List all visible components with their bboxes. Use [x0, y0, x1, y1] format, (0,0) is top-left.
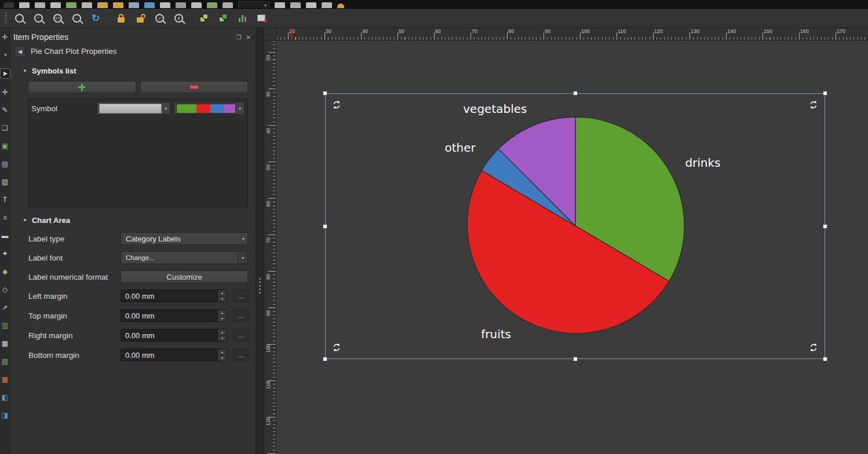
toolbar-icon[interactable] — [50, 2, 61, 9]
toolbar-icon[interactable] — [144, 2, 155, 9]
remove-symbol-button[interactable] — [140, 81, 249, 93]
symbols-list-group-header[interactable]: ▼ Symbols list — [23, 67, 248, 75]
data-defined-override-button[interactable]: … — [233, 309, 249, 322]
zoom-full-icon[interactable] — [12, 11, 26, 25]
add-shape-tool[interactable]: ◆ — [1, 267, 10, 276]
toolbar-icon[interactable] — [290, 2, 301, 9]
add-picture-tool[interactable]: ▨ — [1, 177, 10, 186]
add-pages-tool[interactable]: ❏ — [1, 123, 10, 133]
add-arrow-tool[interactable]: ➚ — [1, 303, 10, 312]
top-margin-spinbox[interactable]: 0.00 mm ▲▼ — [121, 309, 227, 322]
deselect-all-icon[interactable]: ✗ — [172, 11, 185, 25]
rotate-handle-icon[interactable] — [809, 343, 818, 352]
toolbar-icon[interactable] — [306, 2, 316, 9]
toolbar-icon[interactable] — [176, 2, 186, 9]
spin-down-icon[interactable]: ▼ — [218, 336, 227, 342]
toolbar-icon[interactable] — [113, 2, 123, 9]
spin-down-icon[interactable]: ▼ — [218, 356, 227, 361]
data-defined-override-button[interactable]: … — [233, 349, 249, 361]
add-fixed-table-tool[interactable]: ▦ — [1, 339, 10, 348]
toolbar-dropdown[interactable]: ▾ — [238, 1, 269, 9]
rotate-handle-icon[interactable] — [332, 100, 341, 109]
add-scalebar-tool[interactable]: ▬ — [1, 231, 10, 240]
data-defined-override-button[interactable]: … — [233, 329, 249, 342]
close-panel-icon[interactable]: ✕ — [246, 34, 251, 41]
resize-handle-left[interactable] — [323, 224, 327, 229]
move-item-content-tool[interactable]: ✢ — [1, 87, 10, 97]
refresh-view-icon[interactable]: ↻ — [89, 11, 103, 25]
toolbar-icon[interactable] — [223, 2, 233, 9]
chart-area-group-header[interactable]: ▼ Chart Area — [23, 216, 248, 225]
resize-handle-top-right[interactable] — [823, 91, 827, 96]
toolbar-icon[interactable] — [35, 2, 45, 9]
back-button[interactable]: ◀ — [14, 46, 25, 57]
zoom-actual-icon[interactable]: 1:1 — [50, 11, 64, 25]
resize-handle-right[interactable] — [823, 224, 827, 229]
spin-up-icon[interactable]: ▲ — [218, 349, 227, 356]
panel-splitter[interactable] — [256, 28, 264, 454]
symbols-list[interactable]: Symbol ▾ ▾ — [28, 98, 248, 207]
add-legend-tool[interactable]: ≡ — [1, 213, 10, 222]
spin-up-icon[interactable]: ▲ — [218, 329, 227, 336]
bottom-margin-spinbox[interactable]: 0.00 mm ▲▼ — [121, 349, 227, 361]
add-html-frame-tool[interactable]: ▩ — [1, 375, 10, 384]
toolbar-icon[interactable] — [19, 2, 30, 9]
chevron-down-icon[interactable]: ▾ — [238, 252, 247, 263]
add-label-tool[interactable]: T — [1, 195, 10, 204]
spin-down-icon[interactable]: ▼ — [218, 296, 227, 302]
resize-handle-bottom-left[interactable] — [323, 357, 327, 361]
spin-up-icon[interactable]: ▲ — [218, 310, 227, 316]
toolbar-icon[interactable] — [3, 2, 14, 9]
group-items-icon[interactable] — [216, 11, 230, 25]
resize-handle-top[interactable] — [573, 91, 578, 96]
resize-handle-bottom[interactable] — [573, 357, 578, 361]
toolbar-icon[interactable] — [97, 2, 108, 9]
distribute-items-icon[interactable] — [254, 11, 268, 25]
pan-layout-tool[interactable]: ✛ — [1, 32, 10, 42]
toolbar-icon[interactable] — [129, 2, 139, 9]
add-3d-map-tool[interactable]: ▤ — [1, 159, 10, 169]
unlock-all-items-icon[interactable] — [133, 11, 147, 25]
data-defined-override-button[interactable]: … — [233, 290, 249, 302]
raise-items-icon[interactable] — [197, 11, 211, 25]
float-panel-icon[interactable]: ❐ — [236, 34, 242, 41]
label-font-button[interactable]: Change... ▾ — [121, 251, 248, 264]
add-north-arrow-tool[interactable]: ✦ — [1, 249, 10, 258]
toolbar-icon[interactable] — [160, 2, 170, 9]
toolbar-icon[interactable] — [191, 2, 202, 9]
edit-nodes-item-tool[interactable]: ✎ — [1, 105, 10, 115]
resize-handle-bottom-right[interactable] — [823, 357, 827, 361]
toolbar-icon[interactable] — [82, 2, 92, 9]
rotate-handle-icon[interactable] — [332, 343, 341, 352]
zoom-to-width-icon[interactable]: ↔ — [70, 11, 83, 25]
spin-up-icon[interactable]: ▲ — [218, 290, 227, 296]
resize-handle-top-left[interactable] — [323, 91, 327, 96]
lock-items-icon[interactable] — [114, 11, 128, 25]
customize-format-button[interactable]: Customize — [121, 270, 248, 283]
add-marker-tool[interactable]: ◧ — [1, 393, 10, 402]
add-node-shape-tool[interactable]: ◇ — [1, 285, 10, 294]
add-attribute-table-tool[interactable]: ▧ — [1, 357, 10, 366]
selection-frame[interactable] — [325, 93, 825, 359]
align-items-icon[interactable] — [235, 11, 249, 25]
left-margin-spinbox[interactable]: 0.00 mm ▲▼ — [121, 290, 227, 302]
label-type-combo[interactable]: Category Labels ▾ — [121, 232, 248, 245]
layout-view[interactable]: drinksfruitsothervegetables — [276, 41, 868, 454]
add-chart-tool[interactable]: ▥ — [1, 321, 10, 330]
right-margin-spinbox[interactable]: 0.00 mm ▲▼ — [121, 329, 227, 342]
add-elevation-profile-tool[interactable]: ◨ — [1, 411, 10, 420]
toolbar-icon[interactable] — [337, 3, 344, 9]
rotate-handle-icon[interactable] — [809, 100, 818, 109]
add-symbol-button[interactable] — [28, 81, 136, 93]
toolbar-grip[interactable] — [5, 13, 7, 23]
toolbar-icon[interactable] — [66, 2, 76, 9]
zoom-layout-tool[interactable]: ◔ — [1, 50, 10, 60]
toolbar-icon[interactable] — [275, 2, 285, 9]
select-all-icon[interactable]: ✓ — [152, 11, 166, 25]
symbol-style-dropdown[interactable]: ▾ — [97, 102, 170, 115]
toolbar-icon[interactable] — [207, 2, 217, 9]
color-ramp-dropdown[interactable]: ▾ — [174, 102, 245, 115]
add-map-tool[interactable]: ▣ — [1, 141, 10, 151]
zoom-out-icon[interactable]: − — [31, 11, 45, 25]
select-move-item-tool[interactable]: ➤ — [0, 68, 10, 79]
